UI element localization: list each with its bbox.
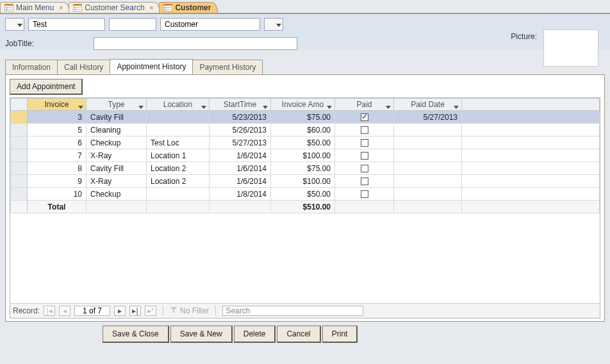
col-start-time[interactable]: StartTime (210, 99, 271, 111)
cell-paid-date[interactable] (394, 162, 462, 175)
table-row[interactable]: 10Checkup1/8/2014$50.00 (11, 188, 600, 201)
cell-location[interactable] (147, 124, 210, 136)
cell-paid-date[interactable] (394, 188, 462, 201)
cell-start-time[interactable]: 5/23/2013 (210, 111, 271, 124)
cell-start-time[interactable]: 1/6/2014 (210, 175, 271, 188)
cell-amount[interactable]: $100.00 (271, 149, 335, 162)
save-close-button[interactable]: Save & Close (103, 326, 169, 343)
cell-paid[interactable] (335, 149, 394, 162)
table-row[interactable]: 3Cavity Fill5/23/2013$75.005/27/2013 (11, 111, 600, 124)
title-select[interactable] (5, 18, 24, 31)
table-row[interactable]: 8Cavity FillLocation 21/6/2014$75.00 (11, 162, 600, 175)
cell-location[interactable]: Location 1 (147, 149, 210, 162)
cell-amount[interactable]: $100.00 (271, 175, 335, 188)
cell-invoice[interactable]: 8 (28, 162, 87, 175)
save-new-button[interactable]: Save & New (170, 326, 233, 343)
nav-last-button[interactable]: ▸| (129, 306, 141, 316)
nav-first-button[interactable]: |◂ (44, 306, 55, 316)
cell-paid-date[interactable]: 5/27/2013 (394, 111, 462, 124)
row-header[interactable] (11, 175, 28, 188)
job-title-field[interactable] (94, 37, 297, 50)
col-location[interactable]: Location (147, 99, 210, 111)
tab-payment-history[interactable]: Payment History (192, 60, 263, 74)
picture-box[interactable] (543, 29, 598, 67)
cell-paid[interactable] (335, 188, 394, 201)
cell-start-time[interactable]: 5/27/2013 (210, 136, 271, 149)
cell-type[interactable]: X-Ray (87, 175, 147, 188)
cell-type[interactable]: X-Ray (87, 149, 147, 162)
cell-amount[interactable]: $75.00 (271, 162, 335, 175)
cell-start-time[interactable]: 1/8/2014 (210, 188, 271, 201)
record-position[interactable]: 1 of 7 (74, 306, 110, 316)
checkbox-icon[interactable] (361, 126, 368, 134)
close-icon[interactable]: × (59, 4, 63, 12)
cell-location[interactable]: Location 2 (147, 162, 210, 175)
doc-tab-customer-search[interactable]: Customer Search× (69, 2, 160, 13)
cell-type[interactable]: Checkup (87, 188, 147, 201)
checkbox-icon[interactable] (361, 165, 368, 172)
cell-paid[interactable] (335, 136, 394, 149)
print-button[interactable]: Print (322, 326, 358, 343)
first-name-field[interactable] (28, 18, 105, 31)
checkbox-icon[interactable] (361, 178, 368, 185)
col-paid[interactable]: Paid (335, 99, 394, 111)
nav-new-button[interactable]: ▸* (145, 306, 156, 316)
cell-location[interactable]: Location 2 (147, 175, 210, 188)
cell-paid-date[interactable] (394, 149, 462, 162)
checkbox-icon[interactable] (361, 139, 368, 147)
row-header[interactable] (11, 136, 28, 149)
cell-start-time[interactable]: 1/6/2014 (210, 162, 271, 175)
checkbox-icon[interactable] (361, 152, 368, 160)
cell-invoice[interactable]: 9 (28, 175, 87, 188)
tab-appointment-history[interactable]: Appointment History (110, 59, 193, 74)
row-header[interactable] (11, 162, 28, 175)
cell-amount[interactable]: $50.00 (271, 188, 335, 201)
cell-location[interactable]: Test Loc (147, 136, 210, 149)
suffix-select[interactable] (264, 18, 283, 31)
no-filter-indicator[interactable]: No Filter (170, 306, 209, 316)
cancel-button[interactable]: Cancel (277, 326, 320, 343)
cell-invoice[interactable]: 10 (28, 188, 87, 201)
doc-tab-main-menu[interactable]: Main Menu× (0, 2, 70, 13)
cell-invoice[interactable]: 5 (28, 124, 87, 136)
cell-paid-date[interactable] (394, 124, 462, 136)
cell-location[interactable] (147, 111, 210, 124)
add-appointment-button[interactable]: Add Appointment (10, 79, 83, 95)
col-type[interactable]: Type (87, 99, 147, 111)
checkbox-icon[interactable] (361, 190, 368, 198)
row-header[interactable] (11, 124, 28, 136)
cell-type[interactable]: Cavity Fill (87, 111, 147, 124)
cell-paid[interactable] (335, 162, 394, 175)
row-selector-header[interactable] (11, 99, 28, 111)
checkbox-icon[interactable] (361, 113, 368, 121)
cell-start-time[interactable]: 5/26/2013 (210, 124, 271, 136)
cell-location[interactable] (147, 188, 210, 201)
cell-paid[interactable] (335, 124, 394, 136)
search-input[interactable]: Search (222, 306, 363, 316)
cell-invoice[interactable]: 6 (28, 136, 87, 149)
col-invoice-amount[interactable]: Invoice Amo (271, 99, 335, 111)
close-icon[interactable]: × (150, 4, 154, 12)
cell-amount[interactable]: $50.00 (271, 136, 335, 149)
cell-paid-date[interactable] (394, 175, 462, 188)
table-row[interactable]: 5Cleaning5/26/2013$60.00 (11, 124, 600, 136)
row-header[interactable] (11, 188, 28, 201)
nav-prev-button[interactable]: ◂ (59, 306, 70, 316)
last-name-field[interactable] (160, 18, 260, 31)
cell-amount[interactable]: $75.00 (271, 111, 335, 124)
cell-type[interactable]: Cavity Fill (87, 162, 147, 175)
cell-type[interactable]: Cleaning (87, 124, 147, 136)
nav-next-button[interactable]: ▸ (114, 306, 126, 316)
delete-button[interactable]: Delete (234, 326, 276, 343)
table-row[interactable]: 6CheckupTest Loc5/27/2013$50.00 (11, 136, 600, 149)
cell-invoice[interactable]: 3 (28, 111, 87, 124)
tab-call-history[interactable]: Call History (57, 60, 110, 74)
cell-amount[interactable]: $60.00 (271, 124, 335, 136)
cell-type[interactable]: Checkup (87, 136, 147, 149)
table-row[interactable]: 9X-RayLocation 21/6/2014$100.00 (11, 175, 600, 188)
cell-paid-date[interactable] (394, 136, 462, 149)
middle-name-field[interactable] (109, 18, 156, 31)
doc-tab-customer[interactable]: Customer (159, 2, 218, 13)
row-header[interactable] (11, 149, 28, 162)
cell-invoice[interactable]: 7 (28, 149, 87, 162)
